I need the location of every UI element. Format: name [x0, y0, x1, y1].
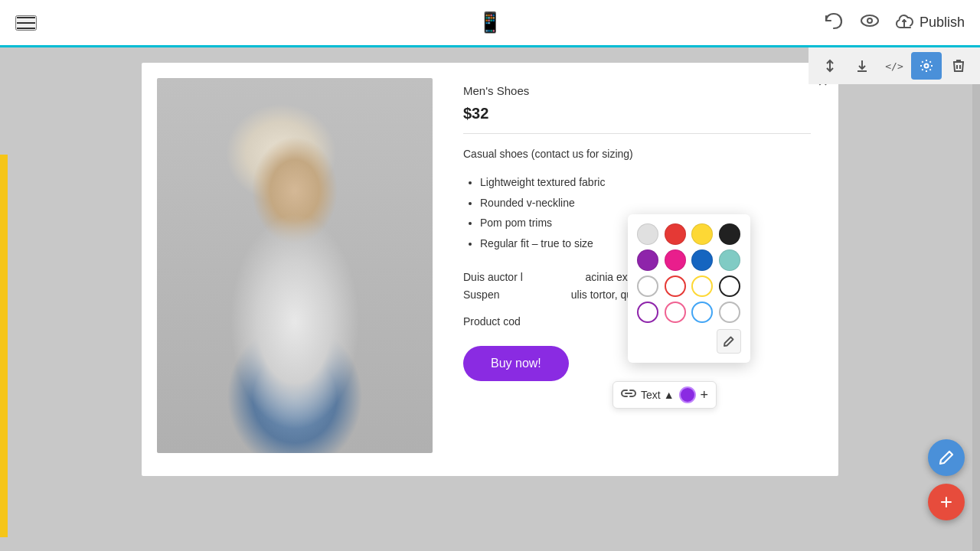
color-swatch-outline-gray[interactable]: [719, 302, 740, 323]
reorder-button[interactable]: [815, 52, 845, 80]
toolbar-left: [15, 15, 37, 31]
color-grid: [637, 223, 741, 323]
feature-item: Rounded v-neckline: [480, 193, 811, 214]
toolbar-right: Publish: [823, 11, 965, 34]
color-swatch-outline-red[interactable]: [665, 276, 686, 297]
publish-button[interactable]: Publish: [895, 15, 965, 31]
product-price: $32: [463, 105, 811, 134]
person-photo: [157, 78, 433, 453]
color-swatch-outline-blue[interactable]: [691, 302, 713, 323]
settings-button[interactable]: [911, 52, 942, 80]
add-icon: +: [940, 491, 952, 513]
product-image: [157, 78, 433, 453]
undo-button[interactable]: [823, 11, 844, 34]
inline-text-toolbar: Text ▲ +: [612, 381, 717, 409]
publish-label: Publish: [920, 15, 965, 31]
product-description: Casual shoes (contact us for sizing): [463, 148, 811, 160]
link-icon[interactable]: [621, 387, 636, 403]
color-swatch-red[interactable]: [665, 223, 686, 245]
product-category: Men's Shoes: [463, 84, 811, 97]
edit-fab-button[interactable]: [928, 439, 965, 476]
add-fab-button[interactable]: +: [928, 484, 965, 520]
color-swatch-blue[interactable]: [691, 249, 713, 271]
add-element-button[interactable]: +: [701, 387, 709, 403]
preview-button[interactable]: [860, 12, 880, 34]
top-toolbar: 📱 Publish: [0, 0, 980, 47]
toolbar-center: 📱: [478, 11, 502, 34]
delete-button[interactable]: [943, 52, 974, 80]
color-swatch-outline-purple[interactable]: [637, 302, 658, 323]
svg-point-0: [861, 15, 878, 26]
svg-point-6: [925, 64, 929, 68]
buy-now-button[interactable]: Buy now!: [463, 346, 569, 381]
color-swatch-teal[interactable]: [719, 249, 740, 271]
text-arrow: ▲: [664, 389, 675, 401]
product-modal: × Men's Shoes $32 Casual shoes (contact …: [142, 63, 838, 476]
color-edit-row: [637, 329, 741, 354]
color-swatch-purple[interactable]: [637, 249, 658, 271]
modal-image-side: [142, 63, 448, 476]
modal-overlay: × Men's Shoes $32 Casual shoes (contact …: [0, 47, 980, 551]
color-edit-button[interactable]: [717, 329, 741, 354]
color-swatch-outline-pink[interactable]: [665, 302, 686, 323]
color-swatch-lightgray[interactable]: [637, 223, 658, 245]
text-dropdown[interactable]: Text ▲: [641, 389, 675, 401]
svg-point-1: [867, 18, 872, 23]
color-swatch-black[interactable]: [719, 223, 740, 245]
secondary-toolbar: </>: [808, 47, 980, 84]
code-button[interactable]: </>: [879, 52, 910, 80]
color-swatch-outline-yellow[interactable]: [691, 276, 713, 297]
text-color-swatch[interactable]: [679, 386, 696, 403]
color-swatch-yellow[interactable]: [691, 223, 713, 245]
text-label: Text: [641, 389, 661, 401]
feature-item: Lightweight textured fabric: [480, 172, 811, 193]
color-swatch-outline-white[interactable]: [637, 276, 658, 297]
color-swatch-pink[interactable]: [665, 249, 686, 271]
mobile-preview-button[interactable]: 📱: [478, 11, 502, 34]
color-swatch-outline-black[interactable]: [719, 276, 740, 297]
download-button[interactable]: [847, 52, 877, 80]
color-picker-popup: [628, 214, 750, 363]
menu-button[interactable]: [15, 15, 37, 31]
